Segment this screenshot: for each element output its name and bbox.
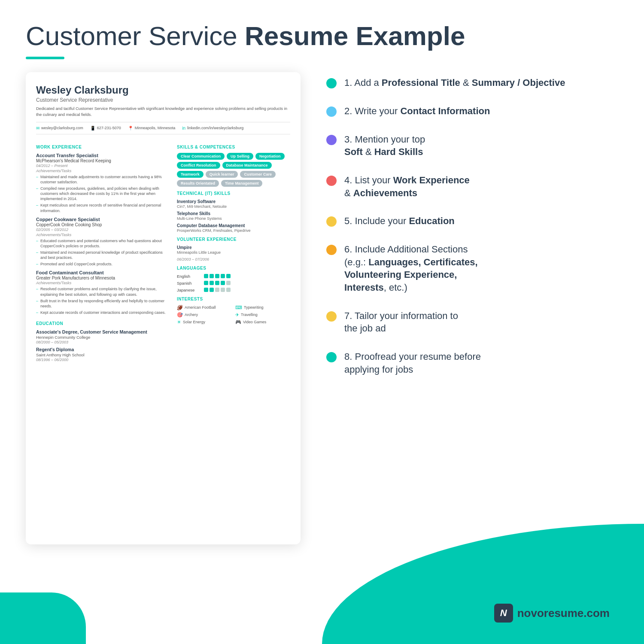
tip-4: 4. List your Work Experience& Achievemen… <box>326 174 618 199</box>
resume-name: Wesley Clarksburg <box>36 84 290 96</box>
tip-6: 6. Include Additional Sections(e.g.: Lan… <box>326 243 618 294</box>
logo-icon: N <box>494 604 513 623</box>
dot <box>215 274 219 278</box>
dot-empty <box>221 288 225 292</box>
tip-1: 1. Add a Professional Title & Summary / … <box>326 76 618 89</box>
chip-results: Results Orientated <box>177 180 219 187</box>
tip-text-6: 6. Include Additional Sections(e.g.: Lan… <box>344 243 478 294</box>
tips-column: 1. Add a Professional Title & Summary / … <box>318 72 618 391</box>
dot <box>204 288 208 292</box>
resume-job-title: Customer Service Representative <box>36 97 290 103</box>
dot <box>204 274 208 278</box>
tip-dot-8 <box>326 352 337 362</box>
tech-skill-2: Telephone Skills Multi-Line Phone System… <box>177 211 290 221</box>
languages-title: LANGUAGES <box>177 266 290 270</box>
interests-grid: 🏈 American Football ⌨ Typewriting 🎯 Arch… <box>177 305 290 325</box>
chip-negotiation: Negotiation <box>255 153 285 160</box>
travel-icon: ✈ <box>235 312 239 318</box>
edu-2: Regent's Diploma Saint Anthony High Scho… <box>36 347 169 362</box>
tech-skill-1: Inventory Software Cin7, Mi9 Merchant, N… <box>177 199 290 209</box>
email-icon: ✉ <box>36 126 39 131</box>
tip-dot-2 <box>326 106 337 117</box>
tip-dot-7 <box>326 311 337 322</box>
interest-4: ✈ Travelling <box>235 312 290 318</box>
dot <box>226 274 231 278</box>
tip-3: 3. Mention your topSoft & Hard Skills <box>326 133 618 158</box>
tip-dot-3 <box>326 135 337 145</box>
volunteer-role: Umpire Minneapolis Little League 06/2003… <box>177 245 290 261</box>
chip-teamwork: Teamwork <box>177 171 204 178</box>
resume-card: Wesley Clarksburg Customer Service Repre… <box>26 72 301 544</box>
chip-quick: Quick learner <box>206 171 238 178</box>
resume-left-column: WORK EXPERIENCE Account Transfer Special… <box>36 140 169 365</box>
work-experience-title: WORK EXPERIENCE <box>36 145 169 149</box>
dot <box>221 274 225 278</box>
skills-chips: Clear Communication Up Selling Negotiati… <box>177 153 290 187</box>
title-bold: Resume Example <box>245 21 465 51</box>
job-2: Copper Cookware Specialist CopperCook On… <box>36 217 169 267</box>
football-icon: 🏈 <box>177 305 183 310</box>
japanese-dots <box>204 288 231 292</box>
interest-6: 🎮 Video Games <box>235 319 290 325</box>
chip-upselling: Up Selling <box>227 153 253 160</box>
solar-icon: ☀ <box>177 319 181 325</box>
games-icon: 🎮 <box>235 319 241 325</box>
language-english: English <box>177 274 290 279</box>
phone-icon: 📱 <box>90 126 95 131</box>
english-dots <box>204 274 231 278</box>
resume-right-column: SKILLS & COMPETENCES Clear Communication… <box>177 140 290 365</box>
tip-text-8: 8. Proofread your resume beforeapplying … <box>344 350 481 376</box>
tip-2: 2. Write your Contact Information <box>326 105 618 118</box>
dot-empty <box>226 281 231 285</box>
tech-skills-title: TECHNICAL (IT) SKILLS <box>177 191 290 196</box>
tip-dot-5 <box>326 216 337 227</box>
title-light: Customer Service <box>26 21 245 51</box>
job-1: Account Transfer Specialist McPhearson's… <box>36 153 169 213</box>
dot-empty <box>215 288 219 292</box>
contact-bar: ✉ wesley@clarksburg.com 📱 627-231-5070 📍… <box>36 122 290 134</box>
archery-icon: 🎯 <box>177 312 183 318</box>
contact-linkedin: in linkedin.com/in/wesleyclarksburg <box>182 126 243 131</box>
dot <box>204 281 208 285</box>
tip-text-3: 3. Mention your topSoft & Hard Skills <box>344 133 425 158</box>
novoresume-logo: N novoresume.com <box>494 604 610 623</box>
tip-text-5: 5. Include your Education <box>344 215 455 228</box>
tip-text-1: 1. Add a Professional Title & Summary / … <box>344 76 565 89</box>
contact-location: 📍 Minneapolis, Minnesota <box>128 126 176 131</box>
tip-text-7: 7. Tailor your information tothe job ad <box>344 310 458 335</box>
chip-time: Time Management <box>221 180 262 187</box>
skills-section-title: SKILLS & COMPETENCES <box>177 145 290 149</box>
typewriting-icon: ⌨ <box>235 305 242 310</box>
dot <box>221 281 225 285</box>
tip-text-4: 4. List your Work Experience& Achievemen… <box>344 174 470 199</box>
dot <box>210 274 214 278</box>
resume-summary: Dedicated and tactful Customer Service R… <box>36 106 290 118</box>
language-spanish: Spanish <box>177 281 290 286</box>
tip-dot-1 <box>326 78 337 88</box>
chip-care: Customer Care <box>240 171 276 178</box>
job-3: Food Contaminant Consultant Greater Pork… <box>36 270 169 315</box>
tip-8: 8. Proofread your resume beforeapplying … <box>326 350 618 376</box>
dot <box>210 288 214 292</box>
edu-1: Associate's Degree, Customer Service Man… <box>36 329 169 344</box>
tip-dot-6 <box>326 245 337 255</box>
tip-7: 7. Tailor your information tothe job ad <box>326 310 618 335</box>
interest-3: 🎯 Archery <box>177 312 232 318</box>
tip-text-2: 2. Write your Contact Information <box>344 105 490 118</box>
tip-dot-4 <box>326 176 337 186</box>
spanish-dots <box>204 281 231 285</box>
chip-clear-comm: Clear Communication <box>177 153 225 160</box>
interests-title: INTERESTS <box>177 297 290 301</box>
volunteer-title: VOLUNTEER EXPERIENCE <box>177 237 290 242</box>
interest-5: ☀ Solar Energy <box>177 319 232 325</box>
contact-email: ✉ wesley@clarksburg.com <box>36 126 83 131</box>
logo-text: novoresume.com <box>517 607 610 620</box>
contact-phone: 📱 627-231-5070 <box>90 126 121 131</box>
education-section-title: EDUCATION <box>36 321 169 326</box>
tech-skill-3: Computer Database Management ProsperWork… <box>177 223 290 233</box>
title-underline <box>26 57 64 59</box>
dot-empty <box>226 288 231 292</box>
page-title: Customer Service Resume Example <box>26 21 618 51</box>
interest-2: ⌨ Typewriting <box>235 305 290 310</box>
language-japanese: Japanese <box>177 288 290 292</box>
